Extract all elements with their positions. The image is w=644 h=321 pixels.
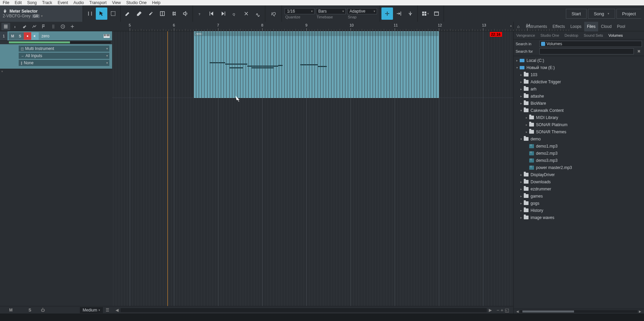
track-instrument-select[interactable]: Multi Instrument xyxy=(19,46,109,52)
listen-tool[interactable] xyxy=(180,7,191,20)
menu-view[interactable]: View xyxy=(112,0,121,5)
menu-studioone[interactable]: Studio One xyxy=(126,0,147,5)
tree-folder[interactable]: ▸image waves xyxy=(514,214,644,221)
tree-expand-icon[interactable]: ▾ xyxy=(515,66,519,69)
quantize-tool[interactable]: Q xyxy=(229,7,240,20)
tree-folder[interactable]: ▾demo xyxy=(514,135,644,142)
tab-pool[interactable]: Pool xyxy=(614,22,628,31)
track-info-tool[interactable]: i xyxy=(11,23,20,30)
menu-edit[interactable]: Edit xyxy=(15,0,22,5)
delete-tool[interactable] xyxy=(240,7,252,20)
tab-cloud[interactable]: Cloud xyxy=(598,22,614,31)
tree-folder[interactable]: ▸Local (C:) xyxy=(514,57,644,64)
tree-expand-icon[interactable]: ▸ xyxy=(524,130,529,134)
song-page-button[interactable]: Song xyxy=(588,9,615,19)
tree-expand-icon[interactable]: ▸ xyxy=(524,116,529,119)
video-view-tool[interactable] xyxy=(431,7,442,20)
macro-tool[interactable] xyxy=(252,7,264,20)
subtab-vengeance[interactable]: Vengeance xyxy=(514,31,538,39)
project-page-button[interactable]: Project xyxy=(616,9,641,19)
iq-tool[interactable]: IQ xyxy=(267,7,280,20)
meter-selector-panel[interactable]: Meter Selector 2-VBCFG-Grey GR ▾ xyxy=(0,5,83,22)
tree-file[interactable]: demo1.mp3 xyxy=(514,142,644,150)
menu-transport[interactable]: Transport xyxy=(89,0,107,5)
tab-loops[interactable]: Loops xyxy=(568,22,584,31)
menu-song[interactable]: Song xyxy=(27,0,37,5)
mute-tool[interactable] xyxy=(168,7,180,20)
menubar[interactable]: File Edit Song Track Event Audio Transpo… xyxy=(0,0,644,5)
track-size-select[interactable]: Medium xyxy=(80,307,103,313)
tree-expand-icon[interactable]: ▸ xyxy=(519,173,523,176)
zoom-fit-icon[interactable]: ◱ xyxy=(505,307,509,313)
browser-h-scrollbar[interactable]: ◀ ▶ xyxy=(514,309,644,314)
quantize-select[interactable]: 1/16 xyxy=(285,8,315,14)
browser-scroll-left-icon[interactable]: ◀ xyxy=(515,310,520,313)
browser-scroll-right-icon[interactable]: ▶ xyxy=(638,310,643,313)
clear-search-icon[interactable]: ✖ xyxy=(636,49,642,54)
scroll-left-icon[interactable]: ◀ xyxy=(113,308,121,312)
midi-clip[interactable]: zero xyxy=(194,31,439,98)
tree-folder[interactable]: ▾Новый том (E:) xyxy=(514,64,644,71)
timebase-select[interactable]: Bars xyxy=(316,8,346,14)
tree-expand-icon[interactable]: ▸ xyxy=(519,180,523,184)
scroll-right-icon[interactable]: ▶ xyxy=(487,308,494,312)
tree-expand-icon[interactable]: ▸ xyxy=(519,195,523,198)
add-track-tool[interactable] xyxy=(68,23,77,30)
tree-folder[interactable]: ▸Addictive Trigger xyxy=(514,78,644,85)
tree-expand-icon[interactable]: ▾ xyxy=(519,137,523,141)
menu-audio[interactable]: Audio xyxy=(73,0,84,5)
tree-folder[interactable]: ▸SONAR Themes xyxy=(514,128,644,135)
eraser-tool[interactable] xyxy=(133,7,145,20)
track-mute-button[interactable]: M xyxy=(9,32,16,40)
snap-toggle[interactable] xyxy=(381,7,393,20)
tree-expand-icon[interactable]: ▸ xyxy=(519,73,523,77)
global-power-button[interactable]: ⏻ xyxy=(41,308,45,312)
pencil-tool[interactable] xyxy=(122,7,133,20)
time-marker[interactable]: 22:16 xyxy=(490,32,502,37)
paint-tool[interactable] xyxy=(145,7,157,20)
tree-expand-icon[interactable]: ▸ xyxy=(519,80,523,84)
tree-folder[interactable]: ▸ezdrummer xyxy=(514,185,644,192)
track-list-tool[interactable] xyxy=(1,23,10,30)
help-tool[interactable]: ? xyxy=(194,7,206,20)
track-solo-button[interactable]: S xyxy=(16,32,24,40)
snap-to-cursor[interactable] xyxy=(405,7,416,20)
browser-home-icon[interactable]: ⌂ xyxy=(514,24,523,29)
h-scrollbar[interactable] xyxy=(121,308,487,312)
track-automation-tool[interactable] xyxy=(30,23,39,30)
browser-tree[interactable]: ▸Local (C:)▾Новый том (E:)▸103▸Addictive… xyxy=(514,56,644,309)
tree-folder[interactable]: ▸DisplayDriver xyxy=(514,171,644,178)
timeline-ruler[interactable]: 567891011121314 xyxy=(112,22,513,31)
global-solo-button[interactable]: S xyxy=(22,308,38,312)
list-icon[interactable]: ☰ xyxy=(106,308,109,312)
tree-expand-icon[interactable]: ▸ xyxy=(519,102,523,105)
tree-expand-icon[interactable]: ▸ xyxy=(519,95,523,98)
subtab-soundsets[interactable]: Sound Sets xyxy=(581,31,606,39)
tree-folder[interactable]: ▸MIDI Library xyxy=(514,114,644,121)
playhead[interactable] xyxy=(167,31,168,306)
track-name[interactable]: zero xyxy=(41,34,103,38)
tab-files[interactable]: Files xyxy=(584,22,598,31)
subtab-desktop[interactable]: Desktop xyxy=(562,31,581,39)
track-output-select[interactable]: None xyxy=(19,60,109,66)
tree-file[interactable]: demo2.mp3 xyxy=(514,150,644,157)
locate-prev-tool[interactable] xyxy=(206,7,217,20)
tree-folder[interactable]: ▸gogs xyxy=(514,200,644,207)
tracks-area[interactable]: zero xyxy=(112,31,513,306)
tree-expand-icon[interactable]: ▸ xyxy=(519,187,523,191)
tree-folder[interactable]: ▸103 xyxy=(514,71,644,78)
track-record-button[interactable] xyxy=(24,32,31,40)
snap-to-events[interactable] xyxy=(393,7,405,20)
tree-expand-icon[interactable]: ▸ xyxy=(519,87,523,91)
tree-file[interactable]: demo3.mp3 xyxy=(514,157,644,164)
zoom-out-h-icon[interactable]: − xyxy=(497,307,499,313)
menu-help[interactable]: Help xyxy=(152,0,161,5)
tree-folder[interactable]: ▸games xyxy=(514,192,644,200)
track-tempo-tool[interactable] xyxy=(49,23,58,30)
subtab-volumes[interactable]: Volumes xyxy=(606,31,625,39)
tree-folder[interactable]: ▸BioWare xyxy=(514,100,644,107)
track-wrench-tool[interactable] xyxy=(20,23,29,30)
track-input-select[interactable]: All Inputs xyxy=(19,53,109,59)
zoom-in-h-icon[interactable]: + xyxy=(501,307,503,313)
marquee-tool[interactable] xyxy=(107,7,119,20)
